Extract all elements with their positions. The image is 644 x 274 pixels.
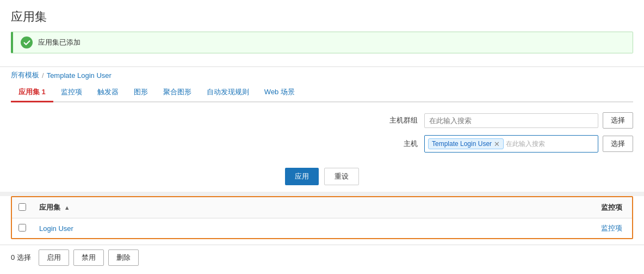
host-tag: Template Login User ✕ <box>428 138 504 149</box>
tab-application-group[interactable]: 应用集 1 <box>11 83 53 102</box>
tab-monitor-items[interactable]: 监控项 <box>53 83 90 102</box>
tab-triggers[interactable]: 触发器 <box>90 83 126 102</box>
enable-button[interactable]: 启用 <box>39 249 69 266</box>
breadcrumb-all-templates[interactable]: 所有模板 <box>11 70 39 80</box>
tab-auto-discovery[interactable]: 自动发现规则 <box>199 83 257 102</box>
tab-graphs[interactable]: 图形 <box>126 83 156 102</box>
data-table: 应用集 ▲ 监控项 Login User 监控项 <box>12 197 632 238</box>
tab-aggregate-graphs[interactable]: 聚合图形 <box>156 83 199 102</box>
page-title: 应用集 <box>11 9 633 25</box>
table-section: 应用集 ▲ 监控项 Login User 监控项 <box>11 196 633 239</box>
selection-count: 0 选择 <box>11 253 31 263</box>
tabs-row: 应用集 1 监控项 触发器 图形 聚合图形 自动发现规则 Web 场景 <box>11 83 633 102</box>
page-header: 应用集 应用集已添加 <box>0 0 644 67</box>
host-input-wrap: Template Login User ✕ 在此输入搜索 选择 <box>424 135 633 153</box>
select-all-checkbox[interactable] <box>18 203 26 211</box>
host-tag-text: Template Login User <box>432 140 492 148</box>
disable-button[interactable]: 禁用 <box>73 249 104 266</box>
page-wrapper: 应用集 应用集已添加 所有模板 / Template Login User 应用… <box>0 0 644 274</box>
breadcrumb-current[interactable]: Template Login User <box>47 71 112 80</box>
section-divider <box>0 192 644 196</box>
col-check-header <box>12 197 33 218</box>
action-row: 应用 重设 <box>0 166 644 192</box>
sort-icon: ▲ <box>64 204 70 211</box>
success-message: 应用集已添加 <box>38 38 81 47</box>
reset-button[interactable]: 重设 <box>324 168 359 185</box>
host-label: 主机 <box>388 139 418 149</box>
col-monitor-header: 监控项 <box>367 197 632 218</box>
tab-web-scenario[interactable]: Web 场景 <box>257 83 302 102</box>
row-name-cell: Login User <box>33 218 367 239</box>
row-checkbox[interactable] <box>18 224 26 232</box>
host-group-input-wrap: 选择 <box>424 112 633 129</box>
host-group-select-button[interactable]: 选择 <box>603 112 633 129</box>
table-row: Login User 监控项 <box>12 218 632 239</box>
host-group-row: 主机群组 选择 <box>11 112 633 129</box>
row-check-cell <box>12 218 33 239</box>
host-row: 主机 Template Login User ✕ 在此输入搜索 选择 <box>11 135 633 153</box>
host-group-label: 主机群组 <box>388 115 418 125</box>
col-name-header[interactable]: 应用集 ▲ <box>33 197 367 218</box>
breadcrumb-sep1: / <box>42 71 44 80</box>
monitor-link[interactable]: 监控项 <box>601 224 622 232</box>
breadcrumb: 所有模板 / Template Login User <box>11 70 633 80</box>
bottom-bar: 0 选择 启用 禁用 删除 <box>0 245 644 270</box>
row-monitor-cell: 监控项 <box>367 218 632 239</box>
host-tag-close[interactable]: ✕ <box>494 141 500 148</box>
host-group-input[interactable] <box>424 113 598 128</box>
success-banner: 应用集已添加 <box>11 32 633 53</box>
host-tag-placeholder: 在此输入搜索 <box>506 139 545 149</box>
delete-button[interactable]: 删除 <box>108 249 139 266</box>
success-icon <box>21 36 33 48</box>
host-select-button[interactable]: 选择 <box>603 136 633 152</box>
filter-section: 主机群组 选择 主机 Template Login User ✕ 在此输入搜索 … <box>0 102 644 166</box>
application-link[interactable]: Login User <box>39 224 73 233</box>
table-header-row: 应用集 ▲ 监控项 <box>12 197 632 218</box>
apply-button[interactable]: 应用 <box>285 168 319 185</box>
host-tag-input[interactable]: Template Login User ✕ 在此输入搜索 <box>424 135 598 153</box>
